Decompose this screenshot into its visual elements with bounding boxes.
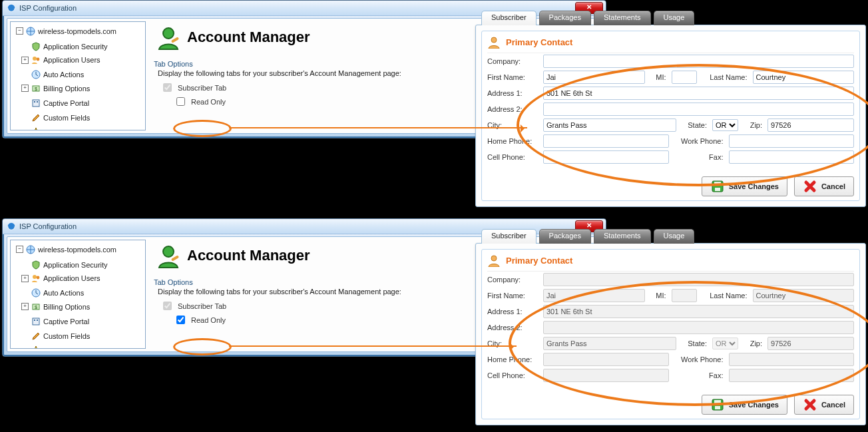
city-field[interactable]	[543, 118, 676, 132]
tree-item-label[interactable]: Billing Options	[43, 302, 90, 312]
tree-twisty[interactable]	[21, 303, 29, 310]
tab-statements[interactable]: Statements	[594, 229, 651, 244]
tree-item[interactable]: Captive Portal	[21, 316, 89, 327]
first-name-field[interactable]	[543, 71, 645, 84]
tree-item-label[interactable]: Notifications	[43, 345, 83, 349]
tree-item[interactable]: Application Security	[21, 260, 108, 270]
cancel-button[interactable]: Cancel	[794, 395, 854, 415]
mi-label: MI:	[649, 292, 668, 300]
city-label: City:	[487, 339, 539, 347]
save-label: Save Changes	[729, 401, 779, 409]
tree-root[interactable]: wireless-topmodels.com	[38, 26, 116, 37]
cell-phone-field[interactable]	[543, 150, 669, 164]
address2-field	[543, 321, 854, 334]
tree-item[interactable]: Notifications	[21, 127, 83, 131]
tab-subscriber[interactable]: Subscriber	[481, 229, 537, 244]
nav-tree[interactable]: wireless-topmodels.com Application Secur…	[10, 21, 146, 130]
globe-icon	[26, 245, 35, 254]
tree-item[interactable]: Auto Actions	[21, 288, 84, 298]
zip-label: Zip:	[742, 121, 763, 129]
save-button[interactable]: Save Changes	[702, 176, 787, 196]
tree-twisty[interactable]	[21, 275, 29, 282]
app-icon	[7, 222, 16, 231]
save-label: Save Changes	[729, 182, 779, 190]
bell-icon	[31, 128, 41, 131]
svg-rect-8	[34, 101, 35, 103]
tree-item-label[interactable]: Application Security	[43, 41, 108, 52]
city-label: City:	[487, 121, 539, 129]
tree-item-label[interactable]: Billing Options	[43, 83, 90, 94]
work-phone-field	[729, 353, 855, 366]
company-field[interactable]	[543, 55, 854, 68]
tree-item-label[interactable]: Application Security	[43, 260, 108, 270]
mi-field[interactable]	[672, 71, 697, 84]
tab-subscriber[interactable]: Subscriber	[481, 11, 537, 25]
state-label: State:	[680, 121, 708, 129]
svg-rect-9	[37, 101, 38, 103]
tree-item[interactable]: Notifications	[21, 345, 83, 349]
home-phone-field	[543, 353, 669, 366]
tab-packages[interactable]: Packages	[539, 11, 591, 25]
billing-icon: $	[31, 302, 41, 312]
tab-usage[interactable]: Usage	[654, 229, 695, 244]
tree-item-label[interactable]: Auto Actions	[43, 69, 84, 80]
tree-item[interactable]: Auto Actions	[21, 69, 84, 80]
users-icon	[31, 274, 41, 283]
home-phone-label: Home Phone:	[487, 137, 539, 145]
address1-field[interactable]	[543, 87, 854, 100]
address2-field[interactable]	[543, 103, 854, 116]
subscriber-tab-label: Subscriber Tab	[178, 302, 226, 310]
zip-label: Zip:	[742, 339, 763, 347]
readonly-checkbox[interactable]	[176, 316, 185, 324]
tree-twisty[interactable]	[16, 246, 23, 253]
tree-twisty[interactable]	[16, 27, 23, 35]
tree-item-label[interactable]: Captive Portal	[43, 316, 89, 327]
tree-item[interactable]: Captive Portal	[21, 98, 89, 108]
last-name-field	[753, 289, 855, 302]
svg-point-2	[33, 57, 37, 61]
app-icon	[7, 3, 16, 13]
tree-item-label[interactable]: Custom Fields	[43, 331, 90, 341]
work-phone-field[interactable]	[729, 134, 855, 148]
tree-item-label[interactable]: Custom Fields	[43, 112, 90, 123]
save-button[interactable]: Save Changes	[702, 395, 787, 415]
tree-item-label[interactable]: Application Users	[43, 273, 101, 284]
state-select[interactable]: OR	[712, 119, 738, 131]
zip-field[interactable]	[767, 118, 854, 132]
tab-statements[interactable]: Statements	[594, 11, 651, 25]
tree-twisty[interactable]	[21, 85, 29, 92]
window-title: ISP Configuration	[19, 4, 77, 12]
tree-twisty[interactable]	[21, 57, 29, 64]
last-name-field[interactable]	[753, 71, 855, 84]
nav-tree[interactable]: wireless-topmodels.com Application Secur…	[10, 240, 146, 349]
tree-item[interactable]: Application Security	[21, 41, 108, 52]
tree-item[interactable]: Custom Fields	[21, 112, 90, 123]
tree-item-label[interactable]: Auto Actions	[43, 288, 84, 298]
mi-field	[672, 289, 697, 302]
subscriber-tab-label: Subscriber Tab	[178, 84, 226, 92]
tree-item-label[interactable]: Notifications	[43, 127, 83, 131]
mi-label: MI:	[649, 73, 668, 81]
tree-item-label[interactable]: Application Users	[43, 55, 101, 65]
subscriber-tab-checkbox	[163, 302, 172, 310]
tree-item[interactable]: Application Users	[21, 273, 101, 284]
tree-item[interactable]: Application Users	[21, 55, 101, 65]
home-phone-field[interactable]	[543, 134, 669, 148]
state-label: State:	[680, 339, 708, 347]
tree-item-label[interactable]: Captive Portal	[43, 98, 89, 108]
tree-item[interactable]: $Billing Options	[21, 302, 90, 312]
svg-text:$: $	[35, 304, 38, 310]
fax-label: Fax:	[673, 371, 725, 379]
last-name-label: Last Name:	[701, 73, 749, 81]
tab-packages[interactable]: Packages	[539, 229, 591, 244]
clock-icon	[31, 288, 41, 298]
tree-item[interactable]: Custom Fields	[21, 331, 90, 341]
tree-item[interactable]: $Billing Options	[21, 83, 90, 94]
tree-root[interactable]: wireless-topmodels.com	[38, 244, 116, 255]
tab-usage[interactable]: Usage	[654, 11, 695, 25]
svg-rect-32	[714, 400, 721, 403]
globe-icon	[26, 27, 35, 36]
cancel-button[interactable]: Cancel	[794, 176, 854, 196]
readonly-checkbox[interactable]	[176, 97, 185, 106]
fax-field[interactable]	[729, 150, 855, 164]
